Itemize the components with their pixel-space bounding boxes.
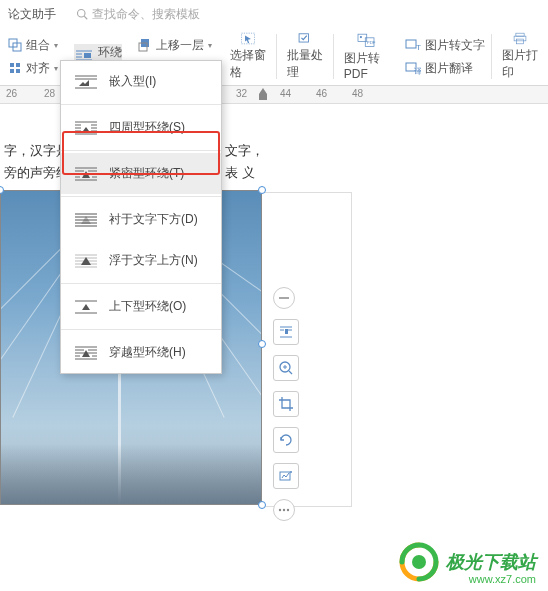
translate-icon: 译 — [405, 61, 421, 75]
svg-rect-74 — [285, 329, 288, 334]
square-icon — [75, 120, 97, 136]
effects-button[interactable] — [273, 463, 299, 489]
wrap-label: 环绕 — [98, 44, 122, 61]
svg-rect-13 — [84, 53, 91, 58]
tight-icon — [75, 166, 97, 182]
svg-point-83 — [287, 509, 289, 511]
thesis-helper-label: 论文助手 — [8, 6, 56, 23]
menu-front[interactable]: 浮于文字上方(N) — [61, 240, 221, 281]
wrap-shortcut-button[interactable] — [273, 319, 299, 345]
align-label: 对齐 — [26, 60, 50, 77]
batch-icon — [292, 32, 318, 45]
logo-name: 极光下载站 — [446, 550, 536, 574]
ruler-marker-icon[interactable] — [258, 88, 268, 102]
menu-inline-label: 嵌入型(I) — [109, 73, 156, 90]
wrap-dropdown-menu: 嵌入型(I) 四周型环绕(S) 紧密型环绕(T) 衬于文字下方(D) 浮于文字上… — [60, 60, 222, 374]
svg-point-80 — [290, 471, 292, 473]
combine-icon — [8, 38, 22, 52]
zoom-button[interactable] — [273, 355, 299, 381]
menu-through[interactable]: 穿越型环绕(H) — [61, 332, 221, 373]
menu-through-label: 穿越型环绕(H) — [109, 344, 186, 361]
front-icon — [75, 253, 97, 269]
doc-text-right: 文字，表 义 — [225, 140, 264, 184]
combine-button[interactable]: 组合▾ — [8, 37, 58, 54]
menu-topbot[interactable]: 上下型环绕(O) — [61, 286, 221, 327]
print-label: 图片打印 — [502, 47, 538, 81]
search-placeholder: 查找命令、搜索模板 — [92, 6, 200, 23]
logo-url: www.xz7.com — [469, 573, 536, 585]
totext-icon: T — [405, 38, 421, 52]
menu-tight-label: 紧密型环绕(T) — [109, 165, 184, 182]
svg-rect-24 — [406, 40, 416, 48]
menu-square[interactable]: 四周型环绕(S) — [61, 107, 221, 148]
svg-text:T: T — [416, 43, 421, 52]
logo-swirl-icon — [398, 541, 440, 583]
collapse-button[interactable] — [273, 287, 295, 309]
topbot-icon — [75, 299, 97, 315]
through-icon — [75, 345, 97, 361]
svg-point-84 — [412, 555, 426, 569]
selpane-label: 选择窗格 — [230, 47, 266, 81]
rotate-button[interactable] — [273, 427, 299, 453]
crop-button[interactable] — [273, 391, 299, 417]
svg-rect-4 — [10, 63, 14, 67]
translate-label: 图片翻译 — [425, 60, 473, 77]
selection-pane-icon — [235, 32, 261, 45]
more-button[interactable] — [273, 499, 295, 521]
svg-point-0 — [78, 10, 86, 18]
topdf-label: 图片转PDF — [344, 50, 389, 81]
svg-point-81 — [279, 509, 281, 511]
align-icon — [8, 61, 22, 75]
up-layer-icon — [138, 38, 152, 52]
search-box[interactable]: 查找命令、搜索模板 — [76, 6, 200, 23]
svg-point-21 — [360, 36, 362, 38]
crop-icon — [278, 396, 294, 412]
print-icon — [507, 32, 533, 45]
bring-forward-button[interactable]: 上移一层▾ — [138, 37, 212, 54]
combine-label: 组合 — [26, 37, 50, 54]
menu-tight[interactable]: 紧密型环绕(T) — [61, 153, 221, 194]
zoom-icon — [278, 360, 294, 376]
totext-label: 图片转文字 — [425, 37, 485, 54]
selection-pane-button[interactable]: 选择窗格 — [220, 28, 276, 85]
svg-line-1 — [84, 16, 87, 19]
menu-behind-label: 衬于文字下方(D) — [109, 211, 198, 228]
watermark-logo: 极光下载站 www.xz7.com — [398, 541, 536, 583]
batch-button[interactable]: 批量处理 — [277, 28, 333, 85]
svg-line-76 — [289, 371, 292, 374]
menu-topbot-label: 上下型环绕(O) — [109, 298, 186, 315]
menu-square-label: 四周型环绕(S) — [109, 119, 185, 136]
fx-icon — [278, 468, 294, 484]
svg-rect-19 — [299, 34, 308, 42]
rotate-icon — [278, 432, 294, 448]
menu-front-label: 浮于文字上方(N) — [109, 252, 198, 269]
align-button[interactable]: 对齐▾ — [8, 60, 58, 77]
print-button[interactable]: 图片打印 — [492, 28, 548, 85]
dots-icon — [276, 502, 292, 518]
resize-handle[interactable] — [258, 501, 266, 509]
svg-text:PDF: PDF — [367, 40, 376, 45]
svg-rect-29 — [514, 36, 526, 41]
search-icon — [76, 8, 88, 20]
wrap-small-icon — [278, 324, 294, 340]
resize-handle[interactable] — [258, 340, 266, 348]
menu-behind[interactable]: 衬于文字下方(D) — [61, 199, 221, 240]
menu-inline[interactable]: 嵌入型(I) — [61, 61, 221, 102]
minus-icon — [276, 290, 292, 306]
pdf-icon: PDF — [353, 32, 379, 48]
svg-rect-5 — [16, 63, 20, 67]
resize-handle[interactable] — [258, 186, 266, 194]
totext-button[interactable]: T 图片转文字 — [405, 37, 485, 54]
topdf-button[interactable]: PDF 图片转PDF — [334, 28, 399, 85]
svg-rect-28 — [516, 33, 524, 36]
svg-rect-7 — [16, 69, 20, 73]
svg-rect-6 — [10, 69, 14, 73]
translate-button[interactable]: 译 图片翻译 — [405, 60, 485, 77]
svg-text:译: 译 — [414, 67, 421, 75]
inline-icon — [75, 74, 97, 90]
batch-label: 批量处理 — [287, 47, 323, 81]
svg-rect-30 — [516, 39, 523, 44]
up-label: 上移一层 — [156, 37, 204, 54]
svg-point-82 — [283, 509, 285, 511]
behind-icon — [75, 212, 97, 228]
